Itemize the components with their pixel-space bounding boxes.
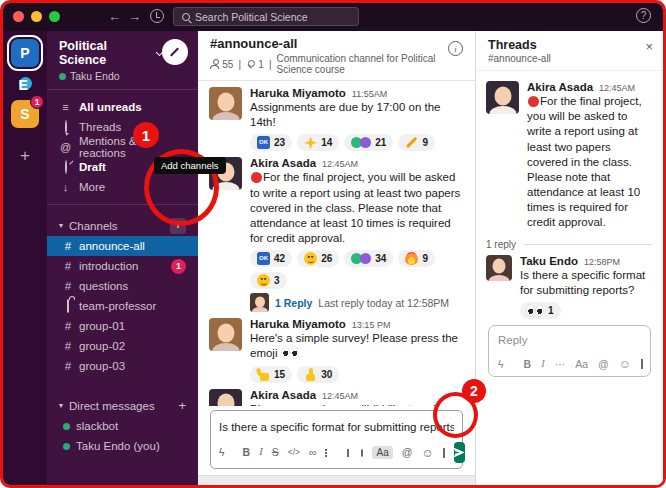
- channel-topic[interactable]: Communication channel for Political Scie…: [277, 53, 464, 75]
- reaction-pill[interactable]: 9: [398, 134, 435, 151]
- ordered-list-icon[interactable]: [325, 449, 329, 457]
- thread-replies-link[interactable]: 1 Reply: [275, 297, 312, 309]
- attach-icon[interactable]: [641, 359, 643, 369]
- channel-group-01[interactable]: # group-01: [47, 316, 198, 336]
- reply-composer[interactable]: Reply ϟ B I ··· Aa @ ☺: [488, 325, 651, 377]
- italic-icon[interactable]: I: [259, 447, 263, 458]
- add-dm-button[interactable]: +: [178, 398, 186, 413]
- thread-reply-bar[interactable]: 1 Reply Last reply today at 12:58PM: [250, 293, 461, 312]
- message-input[interactable]: [219, 421, 454, 433]
- shortcuts-icon[interactable]: ϟ: [219, 447, 225, 458]
- workspace-switcher-e[interactable]: E: [19, 77, 32, 90]
- maximize-window-button[interactable]: [49, 11, 60, 22]
- emoji-icon[interactable]: ☺: [421, 447, 433, 459]
- smiley-emoji-icon: [304, 252, 317, 265]
- message-author[interactable]: Haruka Miyamoto: [250, 87, 346, 99]
- message-timestamp[interactable]: 12:45AM: [322, 391, 358, 401]
- emoji-icon[interactable]: ☺: [619, 358, 631, 370]
- mention-icon[interactable]: @: [598, 359, 609, 370]
- add-workspace-button[interactable]: +: [20, 146, 30, 166]
- sidebar-item-all-unreads[interactable]: ≡ All unreads: [47, 97, 198, 117]
- blockquote-icon[interactable]: [347, 449, 352, 457]
- bold-icon[interactable]: B: [243, 447, 251, 458]
- member-count[interactable]: 55: [222, 59, 233, 70]
- message-timestamp[interactable]: 12:58PM: [584, 257, 620, 267]
- code-icon[interactable]: </>: [288, 448, 300, 457]
- hash-icon: #: [63, 320, 73, 332]
- meta-separator: |: [238, 59, 241, 70]
- slack-window: ← → Search Political Science ? P E S 1 +…: [0, 0, 666, 488]
- reaction-pill[interactable]: 30: [297, 366, 339, 383]
- message-author[interactable]: Akira Asada: [527, 81, 593, 93]
- help-icon[interactable]: ?: [636, 8, 651, 23]
- channels-collapse-icon[interactable]: ▾: [59, 221, 63, 230]
- channel-title[interactable]: #announce-all: [210, 36, 463, 51]
- reply-input[interactable]: Reply: [498, 334, 641, 346]
- reaction-pill[interactable]: 26: [297, 250, 339, 267]
- channels-header[interactable]: Channels: [69, 220, 164, 232]
- code-block-icon[interactable]: [361, 449, 363, 457]
- channel-group-03[interactable]: # group-03: [47, 356, 198, 376]
- reaction-pill[interactable]: 21: [344, 134, 393, 151]
- message-timestamp[interactable]: 13:15 PM: [352, 320, 391, 330]
- workspace-header[interactable]: Political Science Taku Endo: [47, 31, 198, 90]
- channel-group-02[interactable]: # group-02: [47, 336, 198, 356]
- avatar[interactable]: [209, 389, 242, 406]
- reaction-pill[interactable]: 9: [398, 250, 435, 267]
- channel-introduction[interactable]: # introduction 1: [47, 256, 198, 276]
- avatar[interactable]: [486, 255, 512, 281]
- ok-emoji-icon: [257, 136, 270, 149]
- channel-label: introduction: [79, 260, 138, 272]
- link-icon[interactable]: ∞: [309, 447, 317, 458]
- message-author[interactable]: Akira Asada: [250, 389, 316, 401]
- avatar[interactable]: [209, 87, 242, 120]
- avatar[interactable]: [209, 318, 242, 351]
- reaction-pill[interactable]: 42: [250, 250, 292, 267]
- new-message-button[interactable]: [162, 39, 188, 65]
- text-format-toggle[interactable]: Aa: [372, 446, 392, 459]
- reaction-pill[interactable]: 15: [250, 366, 292, 383]
- dm-taku-endo[interactable]: Taku Endo (you): [47, 436, 198, 456]
- close-window-button[interactable]: [13, 11, 24, 22]
- attach-icon[interactable]: [443, 448, 445, 458]
- italic-icon[interactable]: I: [541, 359, 545, 370]
- message-timestamp[interactable]: 12:45AM: [322, 159, 358, 169]
- bold-icon[interactable]: B: [524, 359, 532, 370]
- dm-collapse-icon[interactable]: ▾: [59, 401, 63, 410]
- dm-slackbot[interactable]: slackbot: [47, 416, 198, 436]
- sidebar-item-threads[interactable]: Threads: [47, 117, 198, 137]
- channel-questions[interactable]: # questions: [47, 276, 198, 296]
- reaction-pill[interactable]: 14: [297, 134, 339, 151]
- channel-team-professor[interactable]: team-professor: [47, 296, 198, 316]
- message-author[interactable]: Haruka Miyamoto: [250, 318, 346, 330]
- history-forward-icon[interactable]: →: [128, 10, 141, 23]
- reaction-pill[interactable]: 34: [344, 250, 393, 267]
- history-clock-icon[interactable]: [150, 9, 164, 23]
- message-composer[interactable]: ϟ B I S </> ∞ Aa @ ☺: [210, 410, 463, 469]
- minimize-window-button[interactable]: [31, 11, 42, 22]
- close-icon[interactable]: ×: [645, 40, 653, 53]
- mention-icon[interactable]: @: [402, 447, 413, 458]
- reaction-pill[interactable]: 23: [250, 134, 292, 151]
- shortcuts-icon[interactable]: ϟ: [498, 359, 504, 370]
- channel-announce-all[interactable]: # announce-all: [47, 236, 198, 256]
- message-timestamp[interactable]: 11:55AM: [352, 89, 387, 99]
- message-author[interactable]: Akira Asada: [250, 157, 316, 169]
- thread-last-reply: Last reply today at 12:58PM: [318, 297, 449, 309]
- dm-header[interactable]: Direct messages: [69, 400, 172, 412]
- message-timestamp[interactable]: 12:45AM: [599, 83, 635, 93]
- strikethrough-icon[interactable]: S: [272, 447, 279, 458]
- send-button[interactable]: [454, 442, 465, 463]
- message-author[interactable]: Taku Endo: [520, 255, 578, 267]
- reaction-pill[interactable]: 1: [520, 302, 561, 319]
- workspace-switcher-p[interactable]: P: [11, 39, 39, 67]
- reaction-pill[interactable]: 3: [250, 272, 287, 289]
- search-input[interactable]: Search Political Science: [173, 7, 359, 26]
- text-format-toggle[interactable]: Aa: [575, 359, 588, 370]
- more-formatting-icon[interactable]: ···: [555, 359, 566, 370]
- history-back-icon[interactable]: ←: [108, 10, 121, 23]
- pin-count[interactable]: 1: [258, 59, 264, 70]
- workspace-switcher-s[interactable]: S 1: [11, 100, 39, 128]
- avatar[interactable]: [486, 81, 519, 114]
- info-icon[interactable]: i: [448, 41, 463, 56]
